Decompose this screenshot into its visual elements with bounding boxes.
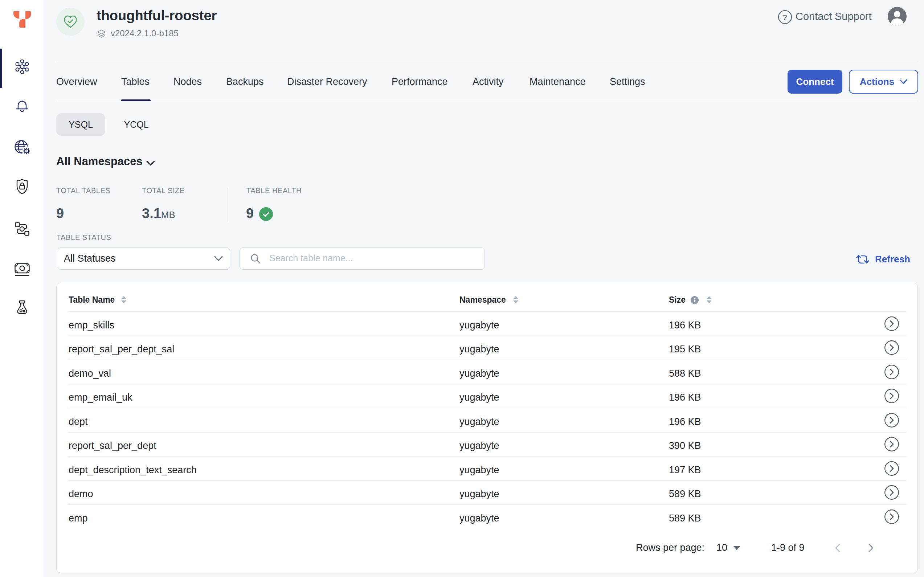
svg-text:?: ? xyxy=(783,13,787,21)
